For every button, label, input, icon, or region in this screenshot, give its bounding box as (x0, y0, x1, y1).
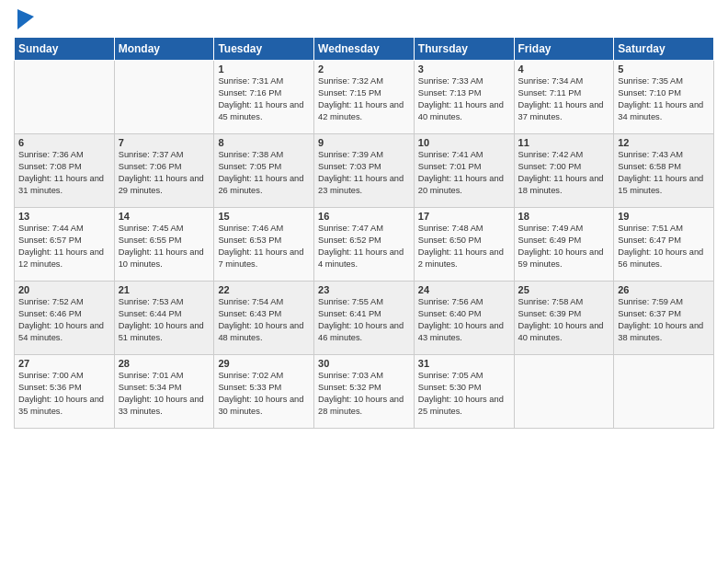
col-header-wednesday: Wednesday (314, 38, 415, 61)
cell-info: Sunrise: 7:53 AMSunset: 6:44 PMDaylight:… (119, 297, 204, 342)
day-number: 7 (119, 137, 210, 148)
header (14, 9, 714, 29)
day-cell: 24Sunrise: 7:56 AMSunset: 6:40 PMDayligh… (414, 282, 514, 355)
day-number: 10 (418, 137, 510, 148)
cell-info: Sunrise: 7:51 AMSunset: 6:47 PMDaylight:… (618, 224, 703, 269)
cell-info: Sunrise: 7:05 AMSunset: 5:30 PMDaylight:… (418, 371, 504, 416)
week-row-5: 27Sunrise: 7:00 AMSunset: 5:36 PMDayligh… (15, 355, 714, 429)
day-cell: 28Sunrise: 7:01 AMSunset: 5:34 PMDayligh… (114, 355, 214, 429)
day-cell: 5Sunrise: 7:35 AMSunset: 7:10 PMDaylight… (614, 61, 714, 134)
day-number: 26 (618, 284, 710, 295)
day-cell: 23Sunrise: 7:55 AMSunset: 6:41 PMDayligh… (314, 282, 415, 355)
day-number: 9 (318, 137, 410, 148)
day-number: 29 (218, 358, 310, 369)
day-cell: 20Sunrise: 7:52 AMSunset: 6:46 PMDayligh… (15, 282, 115, 355)
col-header-saturday: Saturday (614, 38, 714, 61)
day-cell: 17Sunrise: 7:48 AMSunset: 6:50 PMDayligh… (414, 208, 514, 282)
cell-info: Sunrise: 7:41 AMSunset: 7:01 PMDaylight:… (418, 150, 504, 195)
svg-marker-0 (17, 9, 34, 29)
day-number: 17 (418, 211, 510, 222)
col-header-monday: Monday (114, 38, 214, 61)
day-cell: 4Sunrise: 7:34 AMSunset: 7:11 PMDaylight… (514, 61, 614, 134)
day-number: 23 (318, 284, 410, 295)
day-number: 11 (518, 137, 610, 148)
day-number: 31 (418, 358, 510, 369)
day-number: 16 (318, 211, 410, 222)
day-cell: 13Sunrise: 7:44 AMSunset: 6:57 PMDayligh… (15, 208, 115, 282)
logo (14, 9, 34, 29)
day-cell: 21Sunrise: 7:53 AMSunset: 6:44 PMDayligh… (114, 282, 214, 355)
cell-info: Sunrise: 7:48 AMSunset: 6:50 PMDaylight:… (418, 224, 504, 269)
cell-info: Sunrise: 7:03 AMSunset: 5:32 PMDaylight:… (318, 371, 404, 416)
week-row-4: 20Sunrise: 7:52 AMSunset: 6:46 PMDayligh… (15, 282, 714, 355)
col-header-thursday: Thursday (414, 38, 514, 61)
day-cell: 6Sunrise: 7:36 AMSunset: 7:08 PMDaylight… (15, 134, 115, 208)
day-number: 20 (18, 284, 110, 295)
day-cell: 19Sunrise: 7:51 AMSunset: 6:47 PMDayligh… (614, 208, 714, 282)
cell-info: Sunrise: 7:42 AMSunset: 7:00 PMDaylight:… (518, 150, 604, 195)
cell-info: Sunrise: 7:39 AMSunset: 7:03 PMDaylight:… (318, 150, 404, 195)
cell-info: Sunrise: 7:47 AMSunset: 6:52 PMDaylight:… (318, 224, 404, 269)
day-number: 15 (218, 211, 310, 222)
cell-info: Sunrise: 7:01 AMSunset: 5:34 PMDaylight:… (119, 371, 204, 416)
logo-icon (17, 9, 34, 29)
day-number: 14 (119, 211, 210, 222)
day-cell: 26Sunrise: 7:59 AMSunset: 6:37 PMDayligh… (614, 282, 714, 355)
day-cell: 10Sunrise: 7:41 AMSunset: 7:01 PMDayligh… (414, 134, 514, 208)
cell-info: Sunrise: 7:45 AMSunset: 6:55 PMDaylight:… (119, 224, 204, 269)
day-cell: 8Sunrise: 7:38 AMSunset: 7:05 PMDaylight… (214, 134, 314, 208)
cell-info: Sunrise: 7:49 AMSunset: 6:49 PMDaylight:… (518, 224, 604, 269)
day-cell: 3Sunrise: 7:33 AMSunset: 7:13 PMDaylight… (414, 61, 514, 134)
day-cell: 2Sunrise: 7:32 AMSunset: 7:15 PMDaylight… (314, 61, 415, 134)
day-cell: 16Sunrise: 7:47 AMSunset: 6:52 PMDayligh… (314, 208, 415, 282)
day-number: 27 (18, 358, 110, 369)
day-number: 4 (518, 63, 610, 75)
cell-info: Sunrise: 7:38 AMSunset: 7:05 PMDaylight:… (218, 150, 303, 195)
day-number: 8 (218, 137, 310, 148)
page: SundayMondayTuesdayWednesdayThursdayFrid… (0, 0, 728, 563)
cell-info: Sunrise: 7:44 AMSunset: 6:57 PMDaylight:… (18, 224, 104, 269)
day-number: 13 (18, 211, 110, 222)
day-cell: 29Sunrise: 7:02 AMSunset: 5:33 PMDayligh… (214, 355, 314, 429)
day-number: 25 (518, 284, 610, 295)
day-number: 2 (318, 63, 410, 75)
day-cell: 11Sunrise: 7:42 AMSunset: 7:00 PMDayligh… (514, 134, 614, 208)
day-cell: 27Sunrise: 7:00 AMSunset: 5:36 PMDayligh… (15, 355, 115, 429)
cell-info: Sunrise: 7:00 AMSunset: 5:36 PMDaylight:… (18, 371, 104, 416)
day-cell: 22Sunrise: 7:54 AMSunset: 6:43 PMDayligh… (214, 282, 314, 355)
day-cell (514, 355, 614, 429)
week-row-2: 6Sunrise: 7:36 AMSunset: 7:08 PMDaylight… (15, 134, 714, 208)
day-number: 1 (218, 63, 310, 75)
day-number: 3 (418, 63, 510, 75)
col-header-friday: Friday (514, 38, 614, 61)
day-cell: 31Sunrise: 7:05 AMSunset: 5:30 PMDayligh… (414, 355, 514, 429)
day-number: 21 (119, 284, 210, 295)
cell-info: Sunrise: 7:46 AMSunset: 6:53 PMDaylight:… (218, 224, 303, 269)
col-header-sunday: Sunday (15, 38, 115, 61)
day-cell: 15Sunrise: 7:46 AMSunset: 6:53 PMDayligh… (214, 208, 314, 282)
cell-info: Sunrise: 7:31 AMSunset: 7:16 PMDaylight:… (218, 76, 303, 121)
cell-info: Sunrise: 7:52 AMSunset: 6:46 PMDaylight:… (18, 297, 104, 342)
cell-info: Sunrise: 7:56 AMSunset: 6:40 PMDaylight:… (418, 297, 504, 342)
cell-info: Sunrise: 7:54 AMSunset: 6:43 PMDaylight:… (218, 297, 303, 342)
day-number: 30 (318, 358, 410, 369)
day-cell: 12Sunrise: 7:43 AMSunset: 6:58 PMDayligh… (614, 134, 714, 208)
day-number: 22 (218, 284, 310, 295)
day-number: 28 (119, 358, 210, 369)
calendar-table: SundayMondayTuesdayWednesdayThursdayFrid… (14, 37, 714, 429)
cell-info: Sunrise: 7:34 AMSunset: 7:11 PMDaylight:… (518, 76, 604, 121)
day-cell: 1Sunrise: 7:31 AMSunset: 7:16 PMDaylight… (214, 61, 314, 134)
day-cell: 14Sunrise: 7:45 AMSunset: 6:55 PMDayligh… (114, 208, 214, 282)
day-cell (15, 61, 115, 134)
cell-info: Sunrise: 7:43 AMSunset: 6:58 PMDaylight:… (618, 150, 703, 195)
col-header-tuesday: Tuesday (214, 38, 314, 61)
day-cell: 7Sunrise: 7:37 AMSunset: 7:06 PMDaylight… (114, 134, 214, 208)
cell-info: Sunrise: 7:55 AMSunset: 6:41 PMDaylight:… (318, 297, 404, 342)
day-cell: 18Sunrise: 7:49 AMSunset: 6:49 PMDayligh… (514, 208, 614, 282)
day-number: 6 (18, 137, 110, 148)
cell-info: Sunrise: 7:33 AMSunset: 7:13 PMDaylight:… (418, 76, 504, 121)
header-row: SundayMondayTuesdayWednesdayThursdayFrid… (15, 38, 714, 61)
week-row-3: 13Sunrise: 7:44 AMSunset: 6:57 PMDayligh… (15, 208, 714, 282)
day-number: 19 (618, 211, 710, 222)
day-number: 18 (518, 211, 610, 222)
